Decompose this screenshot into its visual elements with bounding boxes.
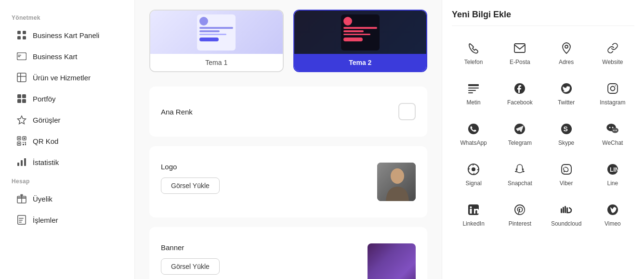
theme-2-label: Tema 2 (294, 54, 427, 71)
info-item-telefon[interactable]: Telefon (452, 34, 495, 71)
svg-rect-18 (24, 138, 25, 139)
info-item-wechat[interactable]: WeChat (591, 114, 634, 152)
svg-rect-26 (21, 160, 23, 166)
sidebar-item-uyelik[interactable]: Üyelik (5, 189, 130, 209)
vimeo-icon (604, 201, 621, 218)
pinterest-icon (511, 201, 528, 218)
info-item-line[interactable]: LINE Line (591, 155, 634, 192)
info-item-pinterest[interactable]: Pinterest (498, 195, 541, 233)
linkedin-label: LinkedIn (462, 220, 484, 227)
metin-label: Metin (466, 99, 480, 106)
info-item-soundcloud[interactable]: Soundcloud (545, 195, 588, 233)
mock-screen-light (197, 14, 236, 51)
svg-rect-16 (18, 138, 20, 139)
viber-icon (558, 161, 575, 178)
sidebar-label-portfolyo: Portföy (33, 95, 56, 103)
info-item-vimeo[interactable]: Vimeo (591, 195, 634, 233)
doc-icon (16, 215, 27, 225)
sidebar-item-portfolyo[interactable]: Portföy (5, 89, 130, 109)
svg-point-48 (610, 87, 615, 91)
sidebar-item-istatistik[interactable]: İstatistik (5, 152, 130, 172)
info-item-website[interactable]: Website (591, 34, 634, 71)
sidebar-item-gorusler[interactable]: Görüşler (5, 110, 130, 130)
telegram-label: Telegram (508, 140, 532, 146)
info-item-facebook[interactable]: Facebook (498, 74, 541, 112)
panel-title: Yeni Bilgi Ekle (452, 10, 634, 26)
link-icon (604, 39, 621, 57)
svg-rect-39 (514, 44, 525, 52)
svg-rect-43 (468, 90, 476, 91)
info-item-viber[interactable]: Viber (545, 155, 588, 192)
snapchat-label: Snapchat (508, 180, 532, 187)
svg-rect-9 (20, 73, 21, 82)
color-picker[interactable] (398, 103, 416, 120)
sidebar-item-islemler[interactable]: İşlemler (5, 210, 130, 230)
svg-rect-63 (562, 165, 571, 174)
sidebar-item-business-kart[interactable]: Business Kart (5, 46, 130, 66)
svg-rect-41 (468, 84, 479, 86)
sidebar-label-business-kart-paneli: Business Kart Paneli (33, 31, 99, 39)
banner-row: Banner Görsel Yükle (161, 237, 416, 279)
sidebar-item-business-kart-paneli[interactable]: Business Kart Paneli (5, 25, 130, 45)
svg-marker-14 (18, 116, 26, 124)
sidebar: Yönetmek Business Kart Paneli Business K… (0, 0, 135, 279)
banner-upload-button[interactable]: Görsel Yükle (161, 258, 220, 275)
logo-upload-button[interactable]: Görsel Yükle (161, 178, 220, 194)
instagram-icon (604, 80, 621, 97)
svg-rect-32 (19, 218, 24, 219)
vimeo-label: Vimeo (605, 220, 621, 227)
sidebar-label-business-kart: Business Kart (33, 52, 78, 61)
phone-icon (465, 39, 482, 57)
info-item-twitter[interactable]: Twitter (545, 74, 588, 112)
svg-rect-2 (17, 36, 21, 39)
sidebar-label-istatistik: İstatistik (33, 158, 59, 166)
banner-preview (368, 243, 416, 279)
facebook-label: Facebook (507, 99, 533, 106)
svg-rect-21 (23, 142, 24, 143)
info-item-snapchat[interactable]: Snapchat (498, 155, 541, 192)
svg-rect-6 (18, 56, 20, 57)
svg-rect-12 (17, 99, 21, 103)
svg-rect-42 (468, 88, 479, 89)
svg-point-50 (468, 124, 479, 134)
sidebar-item-qr-kod[interactable]: QR Kod (5, 131, 130, 151)
adres-label: Adres (559, 59, 574, 65)
snapchat-icon (511, 161, 528, 178)
sidebar-item-urun-hizmetler[interactable]: Ürün ve Hizmetler (5, 67, 130, 88)
theme-card-1[interactable]: Tema 1 (149, 10, 284, 72)
svg-point-40 (565, 45, 568, 48)
sidebar-label-islemler: İşlemler (33, 216, 58, 224)
skype-label: Skype (558, 140, 574, 146)
svg-text:S: S (563, 125, 567, 133)
svg-rect-27 (24, 158, 26, 166)
info-item-metin[interactable]: Metin (452, 74, 495, 112)
info-item-telegram[interactable]: Telegram (498, 114, 541, 152)
signal-icon (465, 161, 482, 178)
svg-rect-13 (22, 99, 26, 103)
gift-icon (16, 193, 27, 204)
qr-icon (16, 136, 27, 146)
theme-card-2[interactable]: Tema 2 (293, 10, 428, 72)
info-item-skype[interactable]: S Skype (545, 114, 588, 152)
svg-rect-7 (17, 73, 26, 82)
logo-section: Logo Görsel Yükle (149, 146, 427, 217)
svg-point-49 (615, 86, 616, 87)
logo-preview-image (377, 163, 416, 201)
text-icon (465, 80, 482, 97)
svg-rect-34 (19, 222, 22, 223)
info-item-eposta[interactable]: E-Posta (498, 34, 541, 71)
phone-label: Telefon (464, 59, 483, 65)
line-icon: LINE (604, 161, 621, 178)
info-item-signal[interactable]: Signal (452, 155, 495, 192)
wechat-icon (604, 120, 621, 138)
svg-rect-10 (17, 94, 21, 98)
info-item-instagram[interactable]: Instagram (591, 74, 634, 112)
logo-row: Logo Görsel Yükle (161, 156, 416, 208)
info-item-linkedin[interactable]: LinkedIn (452, 195, 495, 233)
mock-screen-dark (341, 14, 380, 51)
svg-rect-47 (608, 84, 618, 93)
facebook-icon (511, 80, 528, 97)
theme-1-label: Tema 1 (150, 54, 283, 71)
info-item-whatsapp[interactable]: WhatsApp (452, 114, 495, 152)
info-item-adres[interactable]: Adres (545, 34, 588, 71)
